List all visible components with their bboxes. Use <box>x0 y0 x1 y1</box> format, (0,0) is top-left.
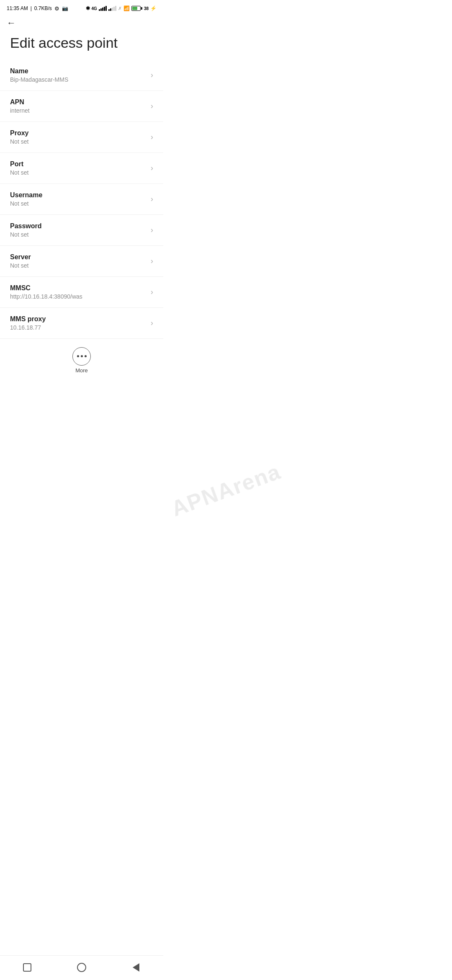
back-button[interactable]: ← <box>7 18 16 28</box>
signal-bars-secondary <box>108 6 116 11</box>
chevron-right-icon: › <box>151 102 153 110</box>
settings-item-mmsc[interactable]: MMSC http://10.16.18.4:38090/was › <box>0 277 163 308</box>
chevron-right-icon: › <box>151 71 153 79</box>
settings-item-apn[interactable]: APN internet › <box>0 91 163 122</box>
settings-item-value: Not set <box>10 262 147 269</box>
settings-item-label: APN <box>10 98 147 106</box>
settings-item-label: Proxy <box>10 129 147 137</box>
settings-item-label: MMS proxy <box>10 315 147 323</box>
settings-container: Name Bip-Madagascar-MMS › APN internet ›… <box>0 60 163 339</box>
charging-icon: ⚡ <box>150 5 157 11</box>
settings-item-label: MMSC <box>10 284 147 292</box>
settings-item-value: http://10.16.18.4:38090/was <box>10 293 147 300</box>
chevron-right-icon: › <box>151 133 153 141</box>
settings-item-label: Name <box>10 67 147 75</box>
settings-item-value: Not set <box>10 138 147 145</box>
settings-item-mms-proxy[interactable]: MMS proxy 10.16.18.77 › <box>0 308 163 339</box>
settings-item-content: Username Not set <box>10 191 147 207</box>
chevron-right-icon: › <box>151 195 153 203</box>
dot-2 <box>81 355 83 357</box>
settings-item-content: MMS proxy 10.16.18.77 <box>10 315 147 331</box>
camera-icon: 📷 <box>62 5 68 11</box>
chevron-right-icon: › <box>151 257 153 265</box>
settings-icon: ⚙ <box>54 5 59 12</box>
settings-item-value: Not set <box>10 169 147 176</box>
bluetooth-icon: ✱ <box>86 5 90 11</box>
more-circle-icon <box>72 347 91 366</box>
settings-item-content: Proxy Not set <box>10 129 147 145</box>
settings-item-label: Server <box>10 253 147 261</box>
more-label: More <box>75 367 88 374</box>
settings-item-name[interactable]: Name Bip-Madagascar-MMS › <box>0 60 163 91</box>
status-bar: 11:35 AM | 0.7KB/s ⚙ 📷 ✱ 4G ✗ 📶 <box>0 0 163 15</box>
settings-item-content: Port Not set <box>10 160 147 176</box>
settings-item-label: Password <box>10 222 147 230</box>
more-button[interactable]: More <box>72 347 91 374</box>
chevron-right-icon: › <box>151 164 153 172</box>
network-4g-icon: 4G <box>92 6 97 11</box>
settings-item-password[interactable]: Password Not set › <box>0 215 163 246</box>
settings-item-content: Server Not set <box>10 253 147 269</box>
battery-indicator <box>131 6 142 11</box>
settings-item-value: Bip-Madagascar-MMS <box>10 76 147 83</box>
wifi-icon: 📶 <box>123 5 130 11</box>
status-right: ✱ 4G ✗ 📶 38 ⚡ <box>86 5 157 11</box>
settings-list: Name Bip-Madagascar-MMS › APN internet ›… <box>0 60 163 414</box>
chevron-right-icon: › <box>151 226 153 234</box>
no-signal-icon: ✗ <box>118 6 122 11</box>
battery-level: 38 <box>144 6 149 11</box>
separator: | <box>31 5 32 11</box>
settings-item-value: 10.16.18.77 <box>10 324 147 331</box>
more-section: More <box>0 339 163 380</box>
settings-item-port[interactable]: Port Not set › <box>0 153 163 184</box>
settings-item-value: Not set <box>10 200 147 207</box>
chevron-right-icon: › <box>151 319 153 327</box>
chevron-right-icon: › <box>151 288 153 296</box>
time-display: 11:35 AM <box>7 5 28 11</box>
more-dots-icon <box>77 355 87 357</box>
settings-item-value: internet <box>10 107 147 114</box>
settings-item-value: Not set <box>10 231 147 238</box>
settings-item-server[interactable]: Server Not set › <box>0 246 163 277</box>
dot-3 <box>85 355 87 357</box>
settings-item-content: APN internet <box>10 98 147 114</box>
page-title: Edit access point <box>0 31 163 60</box>
settings-item-proxy[interactable]: Proxy Not set › <box>0 122 163 153</box>
settings-item-content: MMSC http://10.16.18.4:38090/was <box>10 284 147 300</box>
toolbar: ← <box>0 15 163 31</box>
settings-item-content: Name Bip-Madagascar-MMS <box>10 67 147 83</box>
status-left: 11:35 AM | 0.7KB/s ⚙ 📷 <box>7 5 68 12</box>
dot-1 <box>77 355 79 357</box>
network-speed: 0.7KB/s <box>34 5 52 11</box>
settings-item-content: Password Not set <box>10 222 147 238</box>
signal-bars-primary <box>99 6 107 11</box>
settings-item-username[interactable]: Username Not set › <box>0 184 163 215</box>
settings-item-label: Port <box>10 160 147 168</box>
settings-item-label: Username <box>10 191 147 199</box>
